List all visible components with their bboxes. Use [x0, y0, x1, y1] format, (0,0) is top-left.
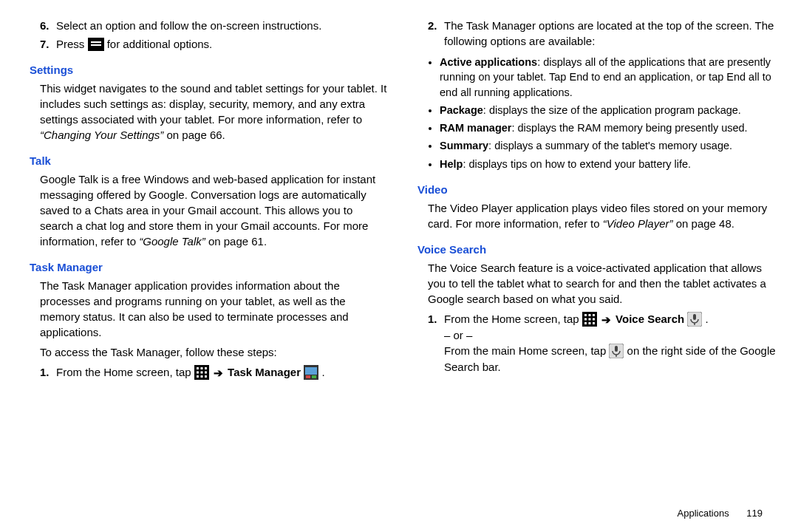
- step-number: 6.: [40, 18, 56, 33]
- taskmgr-step-1: 1. From the Home screen, tap ➔ Task Mana…: [40, 364, 388, 381]
- arrow-icon: ➔: [212, 365, 225, 381]
- task-manager-label: Task Manager: [228, 366, 301, 378]
- opt-active-applications: Active applications: displays all of the…: [440, 55, 776, 100]
- menu-icon: [88, 38, 104, 51]
- or-separator: – or –: [444, 329, 472, 341]
- taskmgr-step-2: 2. The Task Manager options are located …: [428, 18, 776, 49]
- heading-voice-search: Voice Search: [417, 242, 776, 257]
- step-6: 6. Select an option and follow the on-sc…: [40, 18, 388, 33]
- svg-rect-28: [693, 314, 696, 320]
- svg-rect-16: [312, 375, 316, 378]
- svg-rect-26: [593, 322, 595, 324]
- step-number: 1.: [428, 311, 444, 375]
- apps-grid-icon: [582, 312, 597, 327]
- arrow-icon: ➔: [600, 312, 613, 327]
- heading-task-manager: Task Manager: [30, 259, 388, 275]
- svg-rect-11: [200, 375, 202, 378]
- taskmgr-p2: To access the Task Manager, follow these…: [40, 344, 388, 360]
- opt-help: Help: displays tips on how to extend you…: [440, 157, 776, 171]
- page-number: 119: [746, 508, 763, 519]
- video-body: The Video Player application plays video…: [428, 200, 776, 231]
- heading-settings: Settings: [30, 62, 388, 78]
- svg-rect-19: [588, 314, 590, 316]
- step-number: 7.: [40, 36, 56, 52]
- talk-body: Google Talk is a free Windows and web-ba…: [40, 171, 388, 249]
- heading-video: Video: [417, 182, 776, 197]
- svg-rect-21: [584, 318, 587, 321]
- left-column: 6. Select an option and follow the on-sc…: [30, 15, 388, 525]
- step-text: Select an option and follow the on-scree…: [56, 18, 388, 33]
- svg-rect-15: [306, 375, 310, 378]
- voice-search-steps: 1. From the Home screen, tap ➔ Voice Sea…: [428, 311, 776, 375]
- opt-ram-manager: RAM manager: displays the RAM memory bei…: [440, 120, 776, 135]
- svg-rect-18: [584, 314, 587, 316]
- svg-rect-9: [205, 372, 207, 374]
- voice-step-1: 1. From the Home screen, tap ➔ Voice Sea…: [428, 311, 776, 375]
- taskmgr-steps: 1. From the Home screen, tap ➔ Task Mana…: [40, 364, 388, 381]
- step-text: From the Home screen, tap ➔ Voice Search: [444, 311, 776, 375]
- svg-rect-22: [588, 318, 590, 321]
- svg-rect-14: [305, 367, 317, 375]
- step-text: The Task Manager options are located at …: [444, 18, 776, 49]
- svg-rect-4: [197, 367, 199, 369]
- svg-rect-2: [91, 44, 101, 46]
- svg-rect-10: [197, 375, 199, 378]
- microphone-icon: [687, 312, 702, 327]
- ref-changing-settings: “Changing Your Settings”: [40, 129, 167, 141]
- intro-steps: 6. Select an option and follow the on-sc…: [40, 18, 388, 52]
- microphone-icon: [609, 344, 624, 358]
- svg-rect-20: [593, 314, 595, 316]
- page: 6. Select an option and follow the on-sc…: [0, 0, 798, 532]
- taskmgr-p1: The Task Manager application provides in…: [40, 278, 388, 340]
- voice-search-label: Voice Search: [615, 313, 684, 325]
- heading-talk: Talk: [30, 153, 388, 168]
- svg-rect-24: [584, 322, 587, 324]
- ref-google-talk: “Google Talk”: [139, 235, 208, 248]
- page-footer: Applications 119: [678, 507, 763, 520]
- step-number: 2.: [428, 18, 444, 49]
- svg-rect-25: [588, 322, 590, 324]
- opt-summary: Summary: displays a summary of the table…: [440, 138, 776, 153]
- svg-rect-7: [197, 372, 199, 374]
- svg-rect-31: [615, 346, 618, 352]
- svg-rect-6: [205, 367, 207, 369]
- svg-rect-5: [200, 367, 202, 369]
- taskmgr-steps-cont: 2. The Task Manager options are located …: [428, 18, 776, 49]
- taskmgr-options-list: Active applications: displays all of the…: [440, 55, 776, 171]
- task-manager-icon: [304, 365, 318, 380]
- svg-rect-23: [593, 318, 595, 321]
- apps-grid-icon: [194, 365, 209, 380]
- step-number: 1.: [40, 364, 56, 381]
- svg-rect-12: [205, 375, 207, 378]
- step-7: 7. Press for additional options.: [40, 36, 388, 52]
- svg-rect-8: [200, 372, 202, 374]
- step-text: From the Home screen, tap ➔ Task Manager: [56, 364, 388, 381]
- svg-rect-1: [91, 41, 101, 43]
- right-column: 2. The Task Manager options are located …: [417, 15, 776, 525]
- settings-body: This widget navigates to the sound and t…: [40, 81, 388, 143]
- opt-package: Package: displays the size of the applic…: [440, 103, 776, 117]
- voice-search-p1: The Voice Search feature is a voice-acti…: [428, 260, 776, 307]
- step-text: Press for additional options.: [56, 36, 388, 52]
- footer-section-label: Applications: [678, 508, 729, 519]
- ref-video-player: “Video Player”: [603, 217, 676, 230]
